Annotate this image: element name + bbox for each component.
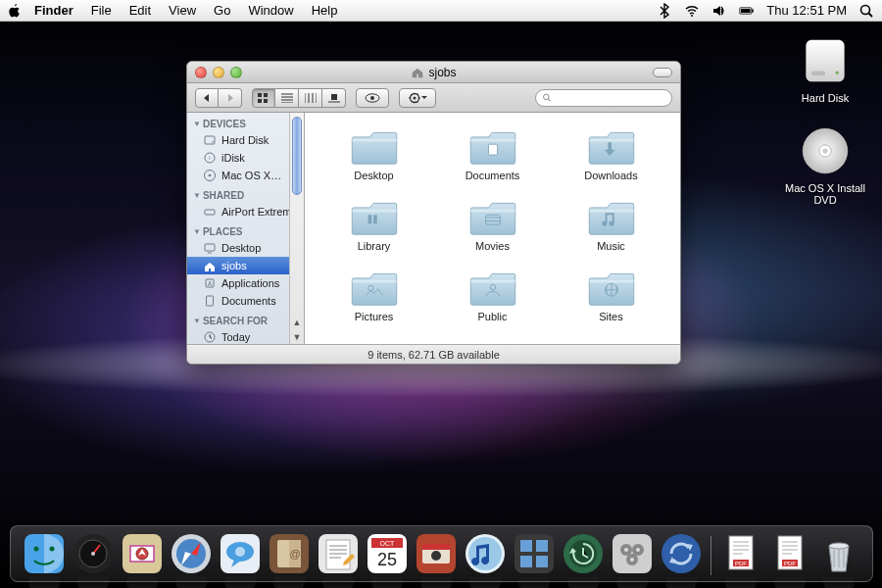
minimize-button[interactable] <box>213 67 224 78</box>
dock-app-spaces[interactable] <box>513 532 556 575</box>
menu-clock[interactable]: Thu 12:51 PM <box>766 3 847 18</box>
title-bar[interactable]: sjobs <box>187 62 680 83</box>
app-menu[interactable]: Finder <box>25 3 82 18</box>
svg-rect-7 <box>811 72 825 75</box>
dock-app-dashboard[interactable] <box>72 532 115 575</box>
view-icons-button[interactable] <box>252 88 275 108</box>
dock-app-textedit[interactable] <box>317 532 360 575</box>
folder-movies[interactable]: Movies <box>433 197 552 252</box>
dock-app-timemachine[interactable] <box>562 532 605 575</box>
search-field[interactable] <box>535 89 672 107</box>
folder-content[interactable]: Desktop Documents Downloads Library Movi… <box>305 113 680 344</box>
finder-window[interactable]: sjobs ▼DEVICESHard DiskiiDiskMac OS X I…… <box>186 61 681 365</box>
folder-sites[interactable]: Sites <box>552 268 670 322</box>
scroll-down-button[interactable]: ▼ <box>290 329 304 344</box>
sidebar-heading[interactable]: ▼DEVICES <box>187 113 304 131</box>
folder-music[interactable]: Music <box>552 197 670 252</box>
folder-public[interactable]: Public <box>433 268 552 322</box>
dock-app-itunes[interactable] <box>464 532 507 575</box>
menu-file[interactable]: File <box>82 3 121 18</box>
menu-window[interactable]: Window <box>239 3 302 18</box>
sidebar-item-idisk[interactable]: iiDisk <box>187 149 304 167</box>
folder-downloads[interactable]: Downloads <box>552 126 670 181</box>
search-input[interactable] <box>556 92 665 104</box>
dock-app-finder[interactable] <box>23 532 66 575</box>
disclosure-triangle-icon[interactable]: ▼ <box>193 227 201 236</box>
dock-app-ichat[interactable] <box>219 532 262 575</box>
view-list-button[interactable] <box>275 88 299 108</box>
sidebar-item-applications[interactable]: AApplications <box>187 274 304 292</box>
dock-app-systemprefs[interactable] <box>611 532 654 575</box>
sidebar-heading[interactable]: ▼PLACES <box>187 220 304 239</box>
folder-label: Desktop <box>354 170 393 181</box>
sidebar-item-label: iDisk <box>221 152 298 164</box>
dock-item-trash[interactable] <box>817 532 860 575</box>
svg-point-0 <box>691 15 693 17</box>
hdd-icon <box>203 133 217 147</box>
sidebar-item-hard-disk[interactable]: Hard Disk <box>187 131 304 149</box>
folder-pictures[interactable]: Pictures <box>315 268 433 322</box>
scrollbar-thumb[interactable] <box>292 117 302 195</box>
sidebar-heading[interactable]: ▼SEARCH FOR <box>187 310 304 328</box>
bluetooth-icon[interactable] <box>657 3 672 19</box>
disc-icon <box>203 169 217 182</box>
sidebar-item-desktop[interactable]: Desktop <box>187 239 304 257</box>
svg-rect-13 <box>258 93 262 97</box>
sidebar-item-mac-os-x-i-[interactable]: Mac OS X I…⏏ <box>187 167 304 184</box>
dock-app-safari[interactable] <box>170 532 213 575</box>
view-columns-button[interactable] <box>299 88 322 108</box>
disclosure-triangle-icon[interactable]: ▼ <box>193 317 201 325</box>
menu-help[interactable]: Help <box>303 3 347 18</box>
close-button[interactable] <box>195 67 207 78</box>
dock-app-photobooth[interactable] <box>415 532 458 575</box>
dock-app-addressbook[interactable]: @ <box>268 532 311 575</box>
sidebar-scrollbar[interactable]: ▲ ▼ <box>289 113 304 344</box>
folder-icon <box>468 197 517 236</box>
toolbar-toggle-button[interactable] <box>653 68 672 77</box>
dock-app-sync[interactable] <box>660 532 703 575</box>
sidebar[interactable]: ▼DEVICESHard DiskiiDiskMac OS X I…⏏▼SHAR… <box>187 113 305 344</box>
svg-rect-15 <box>258 99 262 103</box>
desktop-icon <box>203 241 217 255</box>
back-button[interactable] <box>195 88 219 108</box>
idisk-icon: i <box>203 151 217 165</box>
spotlight-icon[interactable] <box>858 3 874 19</box>
apple-menu[interactable] <box>8 0 22 22</box>
sidebar-item-sjobs[interactable]: sjobs <box>187 257 304 274</box>
sidebar-item-airport-extreme[interactable]: AirPort Extreme <box>187 203 304 220</box>
sidebar-item-documents[interactable]: Documents <box>187 292 304 310</box>
folder-documents[interactable]: Documents <box>433 126 552 181</box>
folder-library[interactable]: Library <box>315 197 433 252</box>
forward-button[interactable] <box>219 88 242 108</box>
desktop-hard-disk[interactable]: Hard Disk <box>786 33 864 104</box>
svg-text:PDF: PDF <box>735 561 747 566</box>
dock-item-doc2[interactable]: PDF <box>768 532 811 575</box>
battery-icon[interactable] <box>739 3 755 19</box>
sidebar-heading[interactable]: ▼SHARED <box>187 184 304 203</box>
zoom-button[interactable] <box>230 67 242 78</box>
dock-item-doc1[interactable]: PDF <box>719 532 762 575</box>
nav-buttons <box>195 88 242 108</box>
svg-point-71 <box>431 551 441 561</box>
sidebar-item-today[interactable]: Today <box>187 328 304 344</box>
menu-go[interactable]: Go <box>205 3 239 18</box>
view-coverflow-button[interactable] <box>322 88 346 108</box>
folder-label: Downloads <box>584 170 637 181</box>
volume-icon[interactable] <box>711 3 727 19</box>
status-bar: 9 items, 62.71 GB available <box>187 344 680 364</box>
menu-bar: Finder File Edit View Go Window Help Thu… <box>0 0 882 22</box>
svg-rect-78 <box>536 556 548 567</box>
disclosure-triangle-icon[interactable]: ▼ <box>193 120 201 128</box>
disclosure-triangle-icon[interactable]: ▼ <box>193 191 201 200</box>
folder-desktop[interactable]: Desktop <box>315 126 433 181</box>
wifi-icon[interactable] <box>684 3 700 19</box>
quicklook-button[interactable] <box>356 88 389 108</box>
dock-app-mail[interactable] <box>121 532 164 575</box>
dock-app-ical[interactable]: OCT25 <box>366 532 409 575</box>
scroll-up-button[interactable]: ▲ <box>290 315 304 329</box>
dock[interactable]: @OCT25PDFPDF <box>10 525 873 582</box>
menu-edit[interactable]: Edit <box>121 3 160 18</box>
desktop-install-dvd[interactable]: Mac OS X Install DVD <box>774 123 876 206</box>
action-button[interactable] <box>399 88 436 108</box>
menu-view[interactable]: View <box>160 3 205 18</box>
